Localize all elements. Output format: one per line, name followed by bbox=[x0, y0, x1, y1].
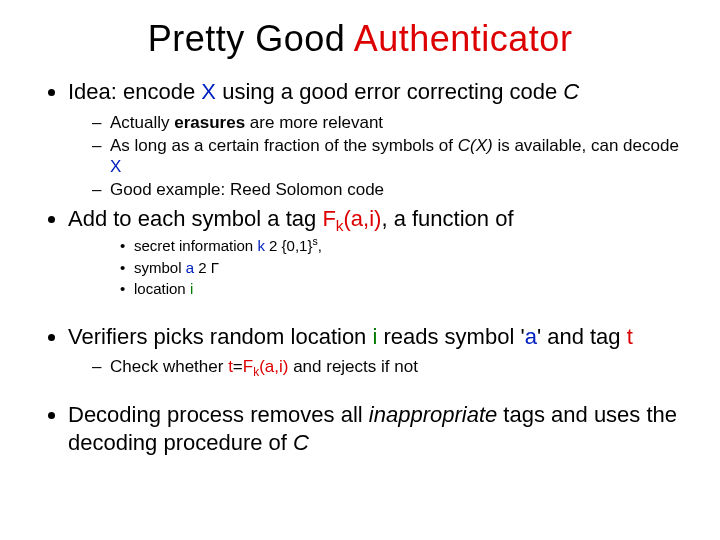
sub-erasures: Actually erasures are more relevant bbox=[92, 112, 680, 133]
bullet-decoding: Decoding process removes all inappropria… bbox=[68, 401, 680, 456]
var-x: X bbox=[201, 79, 216, 104]
sub-reed-solomon: Good example: Reed Solomon code bbox=[92, 179, 680, 200]
sub-fraction: As long as a certain fraction of the sym… bbox=[92, 135, 680, 178]
code-c: C bbox=[563, 79, 579, 104]
bullet-idea: Idea: encode X using a good error correc… bbox=[68, 78, 680, 201]
sub-list-verify: Check whether t=Fk(a,i) and rejects if n… bbox=[68, 356, 680, 377]
title-authenticator: Authenticator bbox=[354, 18, 573, 59]
tag-fk: Fk(a,i) bbox=[322, 206, 381, 231]
sub-list-tag: secret information k 2 {0,1}s, symbol a … bbox=[68, 236, 680, 299]
sub-check: Check whether t=Fk(a,i) and rejects if n… bbox=[92, 356, 680, 377]
bullet-add-tag: Add to each symbol a tag Fk(a,i), a func… bbox=[68, 205, 680, 299]
sub-location-i: location i bbox=[120, 279, 680, 299]
slide: Pretty Good Authenticator Idea: encode X… bbox=[0, 0, 720, 540]
bullet-list: Idea: encode X using a good error correc… bbox=[40, 78, 680, 456]
sub-secret-k: secret information k 2 {0,1}s, bbox=[120, 236, 680, 256]
slide-title: Pretty Good Authenticator bbox=[40, 18, 680, 60]
sub-list-idea: Actually erasures are more relevant As l… bbox=[68, 112, 680, 201]
title-part1: Pretty Good bbox=[148, 18, 354, 59]
bullet-verifiers: Verifiers picks random location i reads … bbox=[68, 323, 680, 378]
sub-symbol-a: symbol a 2 Γ bbox=[120, 258, 680, 278]
